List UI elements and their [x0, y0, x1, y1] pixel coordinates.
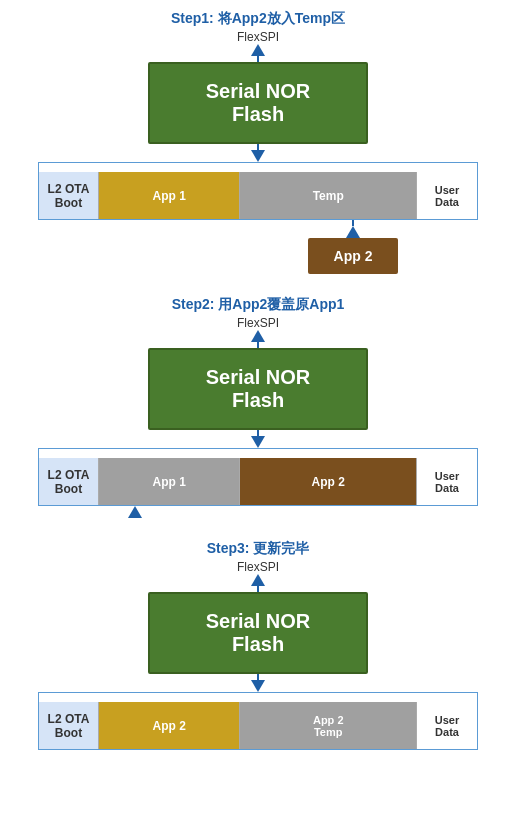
step3-label: Step3: 更新完毕: [207, 540, 310, 558]
step3-flash-box: Serial NOR Flash: [148, 592, 368, 674]
step3-arrow-down: [251, 680, 265, 692]
step1-app2-area: App 2: [38, 220, 478, 274]
step2-memory-container: L2 OTABoot App 1 App 2 UserData: [38, 448, 478, 506]
step1-arrow-down: [251, 150, 265, 162]
step3-cell-userdata: UserData: [417, 702, 477, 749]
step1-bracket: [38, 162, 478, 172]
step3-memory-container: L2 OTABoot App 2 App 2Temp UserData: [38, 692, 478, 750]
step3-cell-app2: App 2: [99, 702, 240, 749]
step2-memory-row: L2 OTABoot App 1 App 2 UserData: [38, 458, 478, 506]
step2-section: Step2: 用App2覆盖原App1 FlexSPI Serial NOR F…: [20, 296, 496, 518]
step1-app2-box: App 2: [308, 238, 398, 274]
step2-bottom-arrow-area: [38, 506, 478, 518]
step1-cell-app1: App 1: [99, 172, 240, 219]
step2-arrow-up: [251, 330, 265, 342]
step2-arrow-left: [128, 506, 142, 518]
step2-cell-userdata: UserData: [417, 458, 477, 505]
step1-flash-box: Serial NOR Flash: [148, 62, 368, 144]
step1-memory-container: L2 OTABoot App 1 Temp UserData: [38, 162, 478, 220]
step1-flexspi: FlexSPI: [237, 30, 279, 44]
step1-app2-arrow: [346, 226, 360, 238]
step3-flexspi: FlexSPI: [237, 560, 279, 574]
step3-cell-l2ota: L2 OTABoot: [39, 702, 99, 749]
step1-cell-temp: Temp: [240, 172, 417, 219]
step2-flexspi: FlexSPI: [237, 316, 279, 330]
step2-flash-box: Serial NOR Flash: [148, 348, 368, 430]
step3-bracket: [38, 692, 478, 702]
step2-bottom-arrow: [128, 506, 142, 518]
step1-cell-userdata: UserData: [417, 172, 477, 219]
step2-arrow-down: [251, 436, 265, 448]
step1-memory-row: L2 OTABoot App 1 Temp UserData: [38, 172, 478, 220]
step2-cell-app1: App 1: [99, 458, 240, 505]
step2-bracket: [38, 448, 478, 458]
main-diagram: Step1: 将App2放入Temp区 FlexSPI Serial NOR F…: [0, 0, 516, 838]
step1-arrow-up: [251, 44, 265, 56]
step1-label: Step1: 将App2放入Temp区: [171, 10, 345, 28]
step2-label: Step2: 用App2覆盖原App1: [172, 296, 345, 314]
step2-cell-app2: App 2: [240, 458, 417, 505]
step2-cell-l2ota: L2 OTABoot: [39, 458, 99, 505]
step3-arrow-up: [251, 574, 265, 586]
step3-memory-row: L2 OTABoot App 2 App 2Temp UserData: [38, 702, 478, 750]
step3-cell-app2temp: App 2Temp: [240, 702, 417, 749]
step1-cell-l2ota: L2 OTABoot: [39, 172, 99, 219]
step1-app2-arrow-group: [346, 220, 360, 238]
step3-section: Step3: 更新完毕 FlexSPI Serial NOR Flash L2 …: [20, 540, 496, 750]
step1-section: Step1: 将App2放入Temp区 FlexSPI Serial NOR F…: [20, 10, 496, 274]
